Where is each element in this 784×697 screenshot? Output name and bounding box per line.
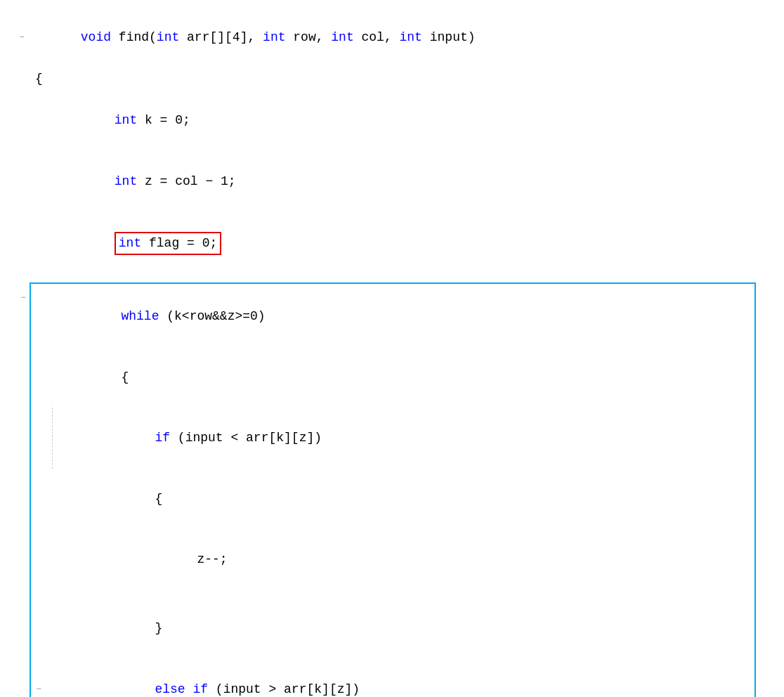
if1-brace-open: { — [155, 492, 162, 506]
code-line-2: { — [30, 69, 43, 89]
spacer-2 — [31, 590, 754, 599]
keyword-int-4: int — [400, 30, 422, 44]
keyword-int-3: int — [331, 30, 353, 44]
if1-brace-close: } — [155, 621, 162, 635]
code-line-3: int k = 0; — [30, 90, 190, 150]
code-if1-bc: } — [46, 599, 162, 659]
code-elseif: else if (input > arr[k][z]) — [46, 659, 360, 697]
zdec-code: z--; — [197, 552, 227, 566]
line-while-brace-open: { — [31, 347, 754, 408]
spacer-1 — [14, 275, 770, 282]
keyword-int-flag: int — [119, 236, 141, 250]
line-while: while (k<row&&z>=0) — [31, 287, 754, 347]
collapse-icon-1[interactable]: − — [19, 32, 24, 42]
keyword-if1: if — [155, 431, 170, 445]
text-flag: flag = 0; — [141, 236, 217, 250]
gutter-while: − — [15, 287, 31, 307]
code-line-4: int z = col − 1; — [30, 151, 236, 211]
code-container: − void find(int arr[][4], int row, int c… — [0, 0, 784, 697]
vline-1 — [52, 408, 53, 468]
collapse-icon-while[interactable]: − — [20, 293, 25, 303]
code-line-1: void find(int arr[][4], int row, int col… — [30, 7, 476, 67]
gutter-elseif: − — [31, 682, 46, 697]
line-if1-brace-open: { — [31, 469, 754, 529]
keyword-while: while — [121, 309, 159, 323]
line-header: − void find(int arr[][4], int row, int c… — [14, 7, 770, 67]
code-line-5: int flag = 0; — [30, 211, 221, 275]
text-z: z = col — [137, 174, 205, 188]
code-zdec: z--; — [46, 529, 228, 589]
keyword-int-z: int — [115, 174, 137, 188]
keyword-int-2: int — [263, 30, 285, 44]
line-int-k: int k = 0; — [14, 90, 770, 150]
code-text-2: row, — [285, 30, 331, 44]
code-w2: { — [46, 347, 129, 408]
code-text-4: input) — [422, 30, 476, 44]
code-if1-b: { — [46, 469, 162, 529]
keyword-void: void — [81, 30, 111, 44]
code-text-1: arr[][4], — [179, 30, 263, 44]
while-block: − while (k<row&&z>=0) { if (input < arr[… — [30, 282, 756, 697]
line-zdec: z--; — [31, 529, 754, 589]
while-brace-open: { — [121, 370, 129, 384]
keyword-else-if: else if — [155, 682, 208, 696]
keyword-int-1: int — [157, 30, 179, 44]
keyword-int-k: int — [115, 113, 137, 127]
line-brace-open: { — [14, 67, 770, 90]
line-int-z: int z = col − 1; — [14, 151, 770, 211]
code-text-3: col, — [354, 30, 400, 44]
line-if1: if (input < arr[k][z]) — [31, 408, 754, 468]
fn-name: find( — [111, 30, 157, 44]
code-if1: if (input < arr[k][z]) — [46, 408, 322, 468]
line-if1-brace-close: } — [31, 599, 754, 659]
code-while: while (k<row&&z>=0) — [46, 287, 266, 347]
line-int-flag: int flag = 0; — [14, 211, 770, 275]
line-elseif: − else if (input > arr[k][z]) — [31, 659, 754, 697]
if1-cond: (input < arr[k][z]) — [170, 431, 322, 445]
text-z2: 1; — [213, 174, 235, 188]
text-k: k = 0; — [137, 113, 190, 127]
flag-highlight: int flag = 0; — [115, 232, 221, 255]
while-cond: (k<row&&z>=0) — [159, 309, 265, 323]
elseif-cond: (input > arr[k][z]) — [208, 682, 360, 696]
op-minus: − — [205, 174, 213, 188]
gutter-1: − — [14, 30, 30, 45]
collapse-icon-elseif[interactable]: − — [36, 684, 41, 694]
